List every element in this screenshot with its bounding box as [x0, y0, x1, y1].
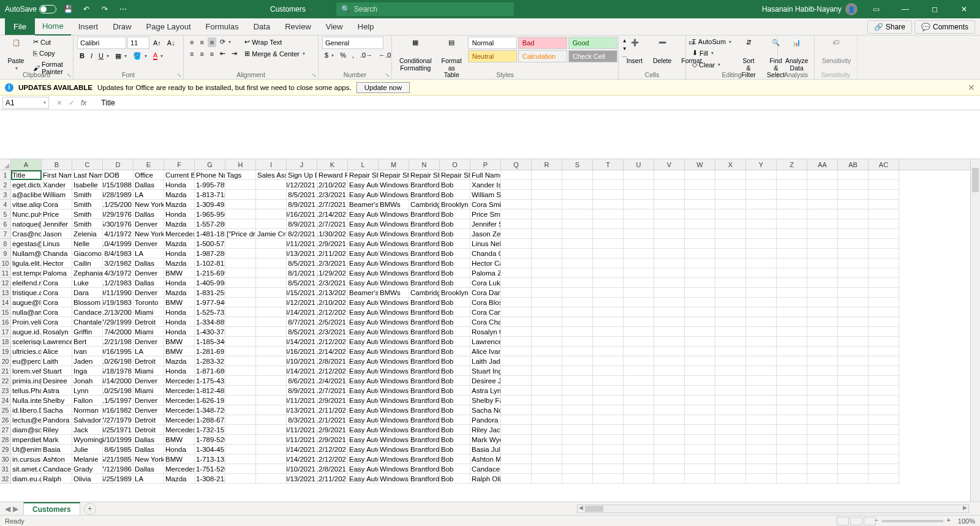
- cell[interactable]: [777, 268, 807, 278]
- tab-draw[interactable]: Draw: [105, 18, 138, 35]
- cell[interactable]: [869, 376, 899, 386]
- cell[interactable]: Mercedes: [164, 229, 195, 239]
- cell[interactable]: [624, 200, 654, 209]
- cell[interactable]: [746, 356, 777, 366]
- cell[interactable]: [256, 356, 287, 366]
- cell[interactable]: Brantford: [409, 396, 440, 405]
- cell[interactable]: Mazda: [164, 258, 195, 268]
- cell[interactable]: [256, 327, 287, 337]
- cell[interactable]: [562, 356, 593, 366]
- row-header[interactable]: 14: [0, 298, 11, 307]
- user-account[interactable]: Hasanain Habib-Nayany 👤: [762, 3, 858, 15]
- cell[interactable]: 11/30/202: [317, 229, 348, 239]
- cell[interactable]: Honda: [164, 327, 195, 337]
- cell[interactable]: Bob: [440, 347, 470, 356]
- cell[interactable]: [777, 200, 807, 209]
- cell[interactable]: [654, 396, 685, 405]
- cell[interactable]: [532, 396, 562, 405]
- cell[interactable]: [715, 219, 746, 229]
- cell[interactable]: [746, 425, 777, 435]
- cell[interactable]: Bob: [440, 307, 470, 317]
- cell[interactable]: [256, 239, 287, 249]
- cell[interactable]: [624, 219, 654, 229]
- cell[interactable]: Paloma Zephania: [470, 268, 501, 278]
- cell[interactable]: [715, 347, 746, 356]
- cell[interactable]: Jonah: [72, 376, 103, 386]
- cell[interactable]: 1-304-451-4713: [195, 445, 225, 454]
- cell[interactable]: [807, 317, 838, 327]
- cell[interactable]: LA: [134, 249, 164, 258]
- cell[interactable]: 1-281-691-4010: [195, 347, 225, 356]
- cell[interactable]: Sacha Norman: [470, 405, 501, 415]
- cell[interactable]: 12/8/2021: [317, 464, 348, 474]
- cell[interactable]: Jaden: [72, 356, 103, 366]
- cell[interactable]: [225, 239, 256, 249]
- cell[interactable]: [624, 278, 654, 288]
- cell[interactable]: [746, 209, 777, 219]
- cell[interactable]: 1-626-191-5276: [195, 396, 225, 405]
- cell[interactable]: [532, 288, 562, 298]
- cell[interactable]: 1-812-485-7607: [195, 386, 225, 396]
- cell[interactable]: Laith: [42, 356, 72, 366]
- cell[interactable]: 12/5/2021: [317, 317, 348, 327]
- cell[interactable]: [869, 435, 899, 445]
- cell[interactable]: Cora: [42, 307, 72, 317]
- cell[interactable]: [501, 356, 532, 366]
- column-header-A[interactable]: A: [11, 159, 42, 170]
- cell[interactable]: [685, 474, 715, 484]
- cell[interactable]: Windows: [379, 474, 409, 484]
- save-icon[interactable]: 💾: [61, 2, 75, 16]
- row-header[interactable]: 3: [0, 190, 11, 200]
- cell[interactable]: [869, 288, 899, 298]
- cell[interactable]: [624, 366, 654, 376]
- cell[interactable]: 8/11/2021: [287, 239, 317, 249]
- cell[interactable]: [807, 454, 838, 464]
- cell[interactable]: [654, 405, 685, 415]
- cell[interactable]: 12/12/202: [317, 366, 348, 376]
- cell[interactable]: 1-965-950-6669: [195, 209, 225, 219]
- cell[interactable]: Lynn: [72, 386, 103, 396]
- cell[interactable]: Dallas: [134, 464, 164, 474]
- cell[interactable]: Sign Up Da: [287, 170, 317, 180]
- cell[interactable]: Easy Auto: [348, 278, 379, 288]
- cell[interactable]: Mazda: [164, 219, 195, 229]
- cell[interactable]: [777, 356, 807, 366]
- cell[interactable]: 5/21/1985: [103, 454, 134, 464]
- bold-button[interactable]: B: [77, 51, 87, 61]
- increase-font-icon[interactable]: A↑: [151, 38, 164, 48]
- cell[interactable]: [869, 278, 899, 288]
- cell[interactable]: 8/16/2021: [287, 209, 317, 219]
- cell[interactable]: tellus.Pha: [11, 386, 42, 396]
- tab-data[interactable]: Data: [246, 18, 277, 35]
- cell[interactable]: Brantford: [409, 229, 440, 239]
- cell[interactable]: [685, 386, 715, 396]
- cell[interactable]: Pandora: [42, 415, 72, 425]
- cell[interactable]: [562, 415, 593, 425]
- cell[interactable]: lorem.veh: [11, 366, 42, 376]
- search-input[interactable]: 🔍 Search: [336, 2, 514, 16]
- cell[interactable]: 4/25/1971: [103, 425, 134, 435]
- cell[interactable]: [256, 268, 287, 278]
- cell[interactable]: [225, 298, 256, 307]
- cell[interactable]: 8/15/2021: [287, 288, 317, 298]
- cell[interactable]: Bob: [440, 337, 470, 347]
- cell[interactable]: Bert: [72, 337, 103, 347]
- cell[interactable]: Nulla.inte: [11, 396, 42, 405]
- cell[interactable]: [746, 445, 777, 454]
- cell[interactable]: [562, 445, 593, 454]
- cell[interactable]: [501, 386, 532, 396]
- tab-review[interactable]: Review: [277, 18, 318, 35]
- cell[interactable]: 12/3/2021: [317, 278, 348, 288]
- cell[interactable]: [807, 337, 838, 347]
- cell[interactable]: [685, 180, 715, 190]
- cell[interactable]: [685, 425, 715, 435]
- redo-icon[interactable]: ↷: [98, 2, 111, 16]
- cell[interactable]: [685, 219, 715, 229]
- cell[interactable]: Easy Auto: [348, 366, 379, 376]
- cell[interactable]: [654, 445, 685, 454]
- style-normal[interactable]: Normal: [468, 37, 517, 49]
- fx-icon[interactable]: fx: [81, 99, 90, 107]
- cell[interactable]: Paloma: [42, 268, 72, 278]
- cell[interactable]: [685, 278, 715, 288]
- row-header[interactable]: 31: [0, 464, 11, 474]
